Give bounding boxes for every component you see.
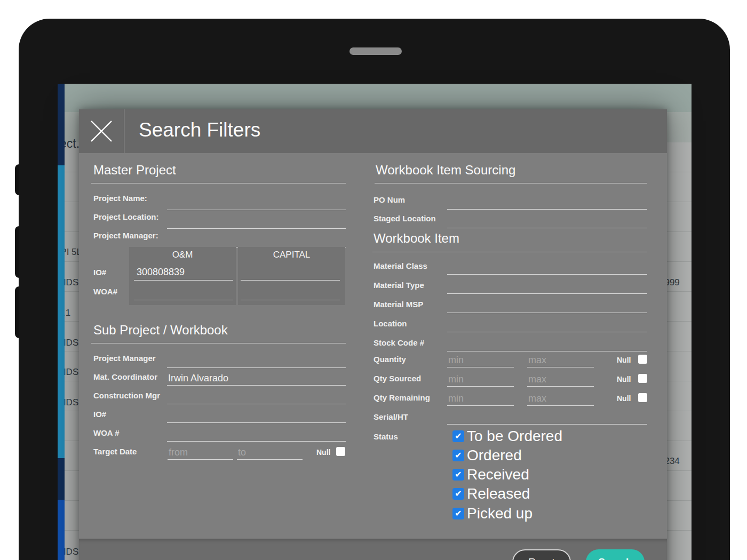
- qty-remaining-null-checkbox[interactable]: [638, 393, 647, 402]
- status-option-label: Received: [467, 466, 529, 483]
- project-name-input[interactable]: [167, 196, 346, 210]
- project-location-input[interactable]: [167, 214, 346, 229]
- status-checkbox-to-be-ordered[interactable]: ✔: [452, 430, 464, 442]
- construction-mgr-input[interactable]: [167, 390, 346, 404]
- status-option-label: Picked up: [467, 505, 533, 522]
- mat-coordinator-input[interactable]: [167, 371, 346, 386]
- po-num-input[interactable]: [447, 195, 647, 210]
- search-button[interactable]: Search: [586, 549, 645, 560]
- stock-code-input[interactable]: [447, 337, 647, 351]
- tablet-speaker-bar: [349, 47, 402, 55]
- quantity-label: Quantity: [374, 355, 406, 364]
- reset-button[interactable]: Reset: [512, 549, 571, 560]
- material-type-label: Material Type: [374, 281, 424, 290]
- material-msp-label: Material MSP: [374, 300, 423, 309]
- woa-capital-underline: [241, 300, 340, 300]
- material-class-label: Material Class: [374, 261, 427, 270]
- qty-sourced-label: Qty Sourced: [374, 374, 421, 383]
- close-button[interactable]: [79, 109, 124, 153]
- om-column-header: O&M: [129, 250, 236, 260]
- checkmark-icon: ✔: [455, 489, 462, 498]
- quantity-null-label: Null: [617, 356, 631, 364]
- checkmark-icon: ✔: [455, 509, 462, 518]
- checkmark-icon: ✔: [455, 451, 462, 460]
- status-label: Status: [374, 432, 398, 441]
- qty-sourced-null-checkbox[interactable]: [638, 374, 647, 383]
- mat-coordinator-label: Mat. Coordinator: [93, 372, 157, 381]
- section-rule: [375, 183, 647, 183]
- staged-location-input[interactable]: [447, 214, 647, 228]
- location-label: Location: [374, 319, 407, 328]
- status-checkbox-picked-up[interactable]: ✔: [452, 508, 464, 519]
- woa-number-label: WOA#: [93, 287, 117, 296]
- close-icon: [89, 119, 114, 143]
- io-capital-underline: [241, 280, 340, 281]
- qty-remaining-label: Qty Remaining: [374, 393, 430, 402]
- woa-om-underline: [134, 300, 233, 300]
- quantity-null-checkbox[interactable]: [638, 355, 647, 364]
- status-option-label: To be Ordered: [467, 428, 562, 445]
- serial-ht-input[interactable]: [447, 410, 647, 425]
- status-option-label: Ordered: [467, 447, 522, 464]
- modal-footer: Reset Search: [79, 539, 667, 560]
- material-class-input[interactable]: [447, 260, 647, 275]
- status-checkbox-received[interactable]: ✔: [452, 469, 464, 481]
- material-type-input[interactable]: [447, 279, 647, 294]
- status-checkbox-ordered[interactable]: ✔: [452, 450, 464, 461]
- target-date-null-label: Null: [316, 448, 330, 457]
- target-date-to-input[interactable]: [237, 445, 303, 460]
- quantity-min-input[interactable]: [447, 353, 514, 367]
- qty-sourced-null-label: Null: [617, 375, 631, 383]
- modal-title: Search Filters: [139, 119, 260, 141]
- project-name-label: Project Name:: [93, 194, 147, 203]
- qty-sourced-max-input[interactable]: [527, 372, 594, 387]
- checkmark-icon: ✔: [455, 470, 462, 479]
- po-num-label: PO Num: [374, 195, 405, 204]
- construction-mgr-label: Construction Mgr: [93, 391, 160, 400]
- sub-project-heading: Sub Project / Workbook: [93, 323, 228, 338]
- section-rule: [91, 343, 346, 343]
- target-date-from-input[interactable]: [168, 445, 233, 460]
- target-date-null-checkbox[interactable]: [336, 447, 345, 456]
- serial-ht-label: Serial/HT: [374, 412, 408, 421]
- sub-project-manager-label: Project Manager: [93, 354, 156, 363]
- io-om-value[interactable]: 300808839: [137, 267, 185, 278]
- section-rule: [91, 183, 346, 183]
- header-divider: [124, 109, 124, 153]
- sourcing-heading: Workbook Item Sourcing: [376, 163, 515, 178]
- modal-header: Search Filters: [79, 109, 667, 153]
- checkmark-icon: ✔: [455, 431, 462, 441]
- project-location-label: Project Location:: [93, 212, 159, 221]
- location-input[interactable]: [447, 318, 647, 332]
- workbook-item-heading: Workbook Item: [374, 231, 459, 246]
- material-msp-input[interactable]: [447, 299, 647, 313]
- sub-woa-number-label: WOA #: [93, 428, 120, 437]
- project-manager-input[interactable]: [167, 233, 346, 247]
- qty-remaining-min-input[interactable]: [447, 391, 514, 406]
- stock-code-label: Stock Code #: [374, 338, 424, 347]
- capital-column-header: CAPITAL: [238, 250, 345, 260]
- qty-remaining-max-input[interactable]: [527, 391, 594, 406]
- sub-io-number-input[interactable]: [167, 409, 346, 423]
- sub-project-manager-input[interactable]: [167, 354, 346, 368]
- project-manager-label: Project Manager:: [93, 231, 158, 240]
- search-filters-modal: Search Filters Master Project Project Na…: [79, 109, 667, 560]
- io-number-label: IO#: [93, 268, 106, 277]
- sub-io-number-label: IO#: [93, 410, 106, 419]
- staged-location-label: Staged Location: [374, 214, 436, 223]
- sub-woa-number-input[interactable]: [167, 427, 346, 442]
- qty-remaining-null-label: Null: [617, 394, 631, 403]
- quantity-max-input[interactable]: [527, 353, 594, 367]
- qty-sourced-min-input[interactable]: [447, 372, 514, 387]
- target-date-label: Target Date: [93, 447, 137, 456]
- section-rule: [372, 252, 647, 252]
- status-option-label: Released: [467, 485, 530, 502]
- io-om-underline: [134, 280, 233, 281]
- master-project-heading: Master Project: [93, 163, 176, 178]
- page: ect. API 5L ENDS 06.1 ENDS ENDS ENDS .1 …: [0, 0, 747, 560]
- status-checkbox-released[interactable]: ✔: [452, 488, 464, 500]
